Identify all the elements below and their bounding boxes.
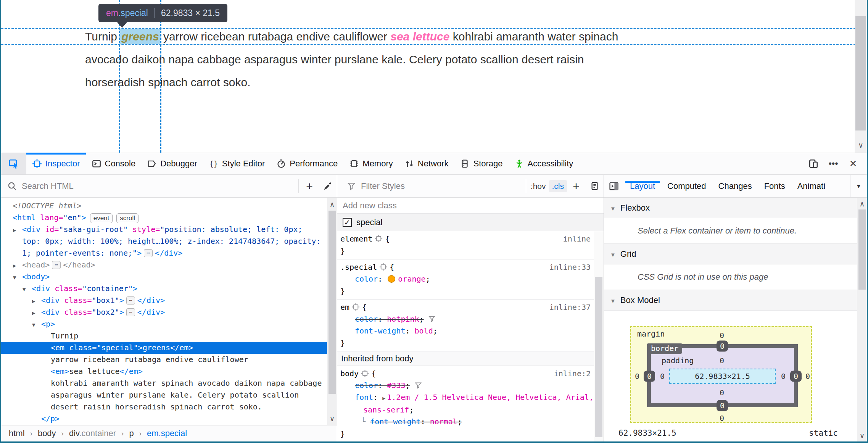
rules-scrollbar-thumb[interactable]	[595, 277, 602, 437]
node-picker-button[interactable]	[1, 153, 26, 174]
highlight-selector-icon[interactable]	[377, 263, 390, 272]
page-scrollbar[interactable]: ∨	[855, 0, 867, 153]
devtools-tab-console[interactable]: Console	[86, 153, 142, 174]
breadcrumb-item-em-special[interactable]: em.special	[147, 429, 187, 438]
rule-selector[interactable]: em	[340, 303, 349, 312]
rule-selector[interactable]: .special	[340, 263, 377, 272]
create-node-button[interactable]: +	[300, 175, 319, 197]
tree-row[interactable]: </p>	[1, 413, 337, 425]
css-declaration[interactable]: font-weight: bold;	[337, 325, 604, 337]
rule-source-link[interactable]: inline:2	[554, 367, 591, 380]
tree-row[interactable]: Turnip	[1, 330, 337, 342]
scroll-down-icon[interactable]: ∨	[855, 141, 867, 150]
rule-selector-row[interactable]: .special{inline:33	[337, 261, 604, 273]
sidebar-tab-animati[interactable]: Animati	[791, 181, 825, 191]
tree-row[interactable]: ▼<div class="container">	[1, 283, 337, 295]
class-panel-toggle[interactable]: .cls	[549, 180, 567, 192]
border-right-value[interactable]: 0	[790, 371, 802, 382]
tree-row[interactable]: ▶<div id="saka-gui-root" style="position…	[1, 224, 337, 235]
tree-row[interactable]: ▶<head>⋯</head>	[1, 259, 337, 271]
css-declaration[interactable]: └ font-weight: normal;	[337, 416, 604, 428]
collapsed-children-chip[interactable]: ⋯	[144, 249, 153, 257]
layout-scrollbar[interactable]: ∧ ∨	[857, 198, 867, 441]
overridden-filter-icon[interactable]	[414, 381, 422, 390]
expand-twisty-icon[interactable]: ▼	[32, 319, 41, 331]
rule-source-link[interactable]: inline	[563, 233, 591, 245]
tree-row-selected[interactable]: <em class="special">greens</em>	[1, 342, 337, 354]
event-badge[interactable]: event	[90, 213, 113, 223]
border-top-value[interactable]: 0	[717, 341, 728, 352]
css-declaration[interactable]: color: #333;	[337, 380, 604, 391]
padding-bottom-value[interactable]: 0	[720, 388, 724, 397]
pseudo-class-toggle[interactable]: :hov	[528, 180, 549, 192]
layout-scrollbar-thumb[interactable]	[858, 209, 866, 290]
box-model-section-header[interactable]: ▼Box Model	[604, 290, 867, 311]
filter-styles-input[interactable]: Filter Styles	[361, 181, 405, 191]
markup-scrollbar[interactable]: ∧ ∨	[327, 198, 337, 425]
collapsed-children-chip[interactable]: ⋯	[52, 261, 61, 269]
tree-row[interactable]: asparagus winter purslane kale. Celery p…	[1, 389, 337, 401]
scroll-up-icon[interactable]: ∧	[857, 200, 867, 208]
tree-row[interactable]: ▼<body>	[1, 271, 337, 283]
scroll-down-icon[interactable]: ∨	[857, 431, 867, 440]
all-tabs-dropdown-icon[interactable]: ▼	[850, 175, 867, 197]
padding-left-value[interactable]: 0	[660, 372, 665, 381]
css-declaration[interactable]: color: orange;	[337, 273, 604, 285]
expand-twisty-icon[interactable]: ▶	[13, 224, 22, 236]
highlight-selector-icon[interactable]	[349, 303, 362, 312]
tree-row[interactable]: <html lang="en">eventscroll	[1, 212, 337, 224]
overridden-filter-icon[interactable]	[428, 314, 436, 324]
border-bottom-value[interactable]: 0	[717, 400, 728, 411]
css-declaration[interactable]: color: hotpink;	[337, 313, 604, 325]
tree-row[interactable]: yarrow ricebean rutabaga endive cauliflo…	[1, 354, 337, 366]
devtools-tab-debugger[interactable]: Debugger	[141, 153, 203, 174]
breadcrumb-item-html[interactable]: html	[9, 429, 25, 438]
add-new-class-input[interactable]: Add new class	[343, 201, 397, 210]
tree-row[interactable]: ▼<p>	[1, 318, 337, 330]
eyedropper-icon[interactable]	[319, 175, 337, 197]
expand-twisty-icon[interactable]: ▶	[32, 307, 41, 319]
tree-row[interactable]: kohlrabi amaranth water spinach avocado …	[1, 377, 337, 389]
margin-left-value[interactable]: 0	[635, 372, 639, 381]
margin-top-value[interactable]: 0	[720, 331, 724, 340]
flexbox-section-header[interactable]: ▼Flexbox	[604, 198, 867, 218]
rule-source-link[interactable]: inline:37	[549, 301, 591, 313]
border-left-value[interactable]: 0	[644, 371, 655, 382]
responsive-design-mode-icon[interactable]	[805, 155, 822, 172]
sidebar-tab-fonts[interactable]: Fonts	[758, 181, 791, 191]
highlight-selector-icon[interactable]	[372, 234, 385, 243]
margin-right-value[interactable]: 0	[805, 372, 810, 381]
rule-selector[interactable]: body	[340, 369, 359, 378]
color-swatch[interactable]	[388, 275, 395, 283]
tree-row[interactable]: desert raisin horseradish spinach carrot…	[1, 401, 337, 413]
tree-row[interactable]: 1; pointer-events: none;">⋯</div>	[1, 247, 337, 259]
devtools-tab-network[interactable]: Network	[399, 153, 454, 174]
search-html-input[interactable]: Search HTML	[22, 181, 74, 191]
sidebar-tab-computed[interactable]: Computed	[661, 181, 712, 191]
rule-source-link[interactable]: inline:33	[549, 261, 591, 273]
meatball-menu-icon[interactable]: •••	[825, 155, 842, 172]
padding-right-value[interactable]: 0	[781, 372, 786, 381]
collapsed-children-chip[interactable]: ⋯	[126, 296, 135, 304]
sidebar-tab-changes[interactable]: Changes	[712, 181, 758, 191]
sidebar-tab-layout[interactable]: Layout	[624, 181, 661, 191]
page-scrollbar-thumb[interactable]	[855, 16, 866, 130]
css-declaration[interactable]: font: ▶1.2em / 1.5 Helvetica Neue, Helve…	[337, 391, 604, 404]
scroll-down-icon[interactable]: ∨	[327, 414, 337, 423]
rule-selector[interactable]: element	[340, 234, 372, 243]
add-rule-button[interactable]: +	[567, 175, 585, 197]
class-checkbox[interactable]: ✓	[343, 218, 352, 227]
expand-twisty-icon[interactable]: ▼	[23, 284, 32, 295]
breadcrumb-item-div[interactable]: div.container	[69, 429, 116, 438]
rule-selector-row[interactable]: element{inline	[337, 233, 604, 245]
print-simulation-icon[interactable]	[585, 175, 604, 197]
rules-scrollbar[interactable]	[594, 231, 604, 441]
scroll-up-icon[interactable]: ∧	[327, 200, 337, 208]
devtools-tab-accessibility[interactable]: Accessibility	[509, 153, 579, 174]
box-model-content-box[interactable]: 62.9833×21.5	[669, 369, 776, 384]
sidebar-toggle-icon[interactable]	[604, 181, 624, 192]
devtools-tab-storage[interactable]: Storage	[454, 153, 508, 174]
box-model-diagram[interactable]: margin border padding 62.9833×21.5 0 0 0…	[630, 326, 812, 423]
collapsed-children-chip[interactable]: ⋯	[126, 308, 135, 316]
devtools-tab-inspector[interactable]: Inspector	[26, 153, 86, 174]
